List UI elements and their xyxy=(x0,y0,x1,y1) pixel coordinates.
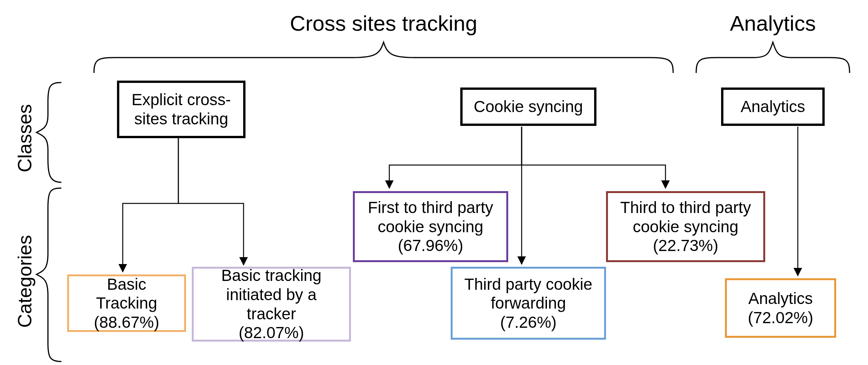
tracking-taxonomy-diagram: Cross sites tracking Analytics Classes C… xyxy=(0,0,868,365)
brace-classes xyxy=(36,83,61,182)
category-third-party-cookie-forwarding: Third party cookie forwarding (7.26%) xyxy=(451,267,606,340)
category-basic-tracking-initiated-line1: Basic tracking xyxy=(221,266,321,285)
arrow-explicit-to-basic xyxy=(123,138,178,272)
category-third-to-third-cookie-syncing: Third to third party cookie syncing (22.… xyxy=(606,191,765,262)
category-first-to-third-line2: cookie syncing xyxy=(378,217,483,236)
class-cookie-syncing: Cookie syncing xyxy=(460,88,596,126)
class-analytics: Analytics xyxy=(721,88,825,126)
category-third-forwarding-line2: forwarding xyxy=(491,294,566,313)
arrow-cookie-to-first-third xyxy=(389,127,522,188)
class-cookie-syncing-line1: Cookie syncing xyxy=(474,97,583,116)
class-explicit-line2: sites tracking xyxy=(134,109,228,129)
row-label-classes: Classes xyxy=(14,96,36,172)
category-first-to-third-line3: (67.96%) xyxy=(398,236,463,255)
category-first-to-third-cookie-syncing: First to third party cookie syncing (67.… xyxy=(353,191,508,262)
group-label-analytics: Analytics xyxy=(727,11,819,36)
category-basic-tracking-initiated: Basic tracking initiated by a tracker (8… xyxy=(192,267,351,342)
brace-analytics xyxy=(696,42,850,73)
brace-cross-sites xyxy=(94,42,673,73)
category-third-to-third-line1: Third to third party xyxy=(620,198,751,217)
arrow-cookie-to-third-third xyxy=(522,127,665,188)
category-basic-tracking-initiated-line2: initiated by a tracker xyxy=(200,285,343,323)
category-first-to-third-line1: First to third party xyxy=(368,198,493,217)
category-third-to-third-line2: cookie syncing xyxy=(633,217,738,236)
category-analytics: Analytics (72.02%) xyxy=(725,278,836,338)
brace-categories xyxy=(36,188,61,362)
category-analytics-line2: (72.02%) xyxy=(748,308,813,327)
group-label-cross-sites: Cross sites tracking xyxy=(284,11,483,36)
class-explicit-cross-sites-tracking: Explicit cross- sites tracking xyxy=(117,81,245,138)
category-basic-tracking-initiated-line3: (82.07%) xyxy=(239,323,304,342)
row-label-categories: Categories xyxy=(14,224,36,328)
category-analytics-line1: Analytics xyxy=(748,289,813,308)
class-analytics-line1: Analytics xyxy=(741,97,805,116)
category-third-forwarding-line3: (7.26%) xyxy=(500,313,557,332)
arrow-explicit-to-basic-initiated xyxy=(178,138,244,265)
category-basic-tracking: Basic Tracking (88.67%) xyxy=(67,274,186,332)
category-third-forwarding-line1: Third party cookie xyxy=(464,275,593,294)
category-basic-tracking-line1: Basic Tracking xyxy=(75,275,178,313)
category-basic-tracking-line2: (88.67%) xyxy=(94,313,159,332)
category-third-to-third-line3: (22.73%) xyxy=(653,236,718,255)
class-explicit-line1: Explicit cross- xyxy=(132,90,231,109)
